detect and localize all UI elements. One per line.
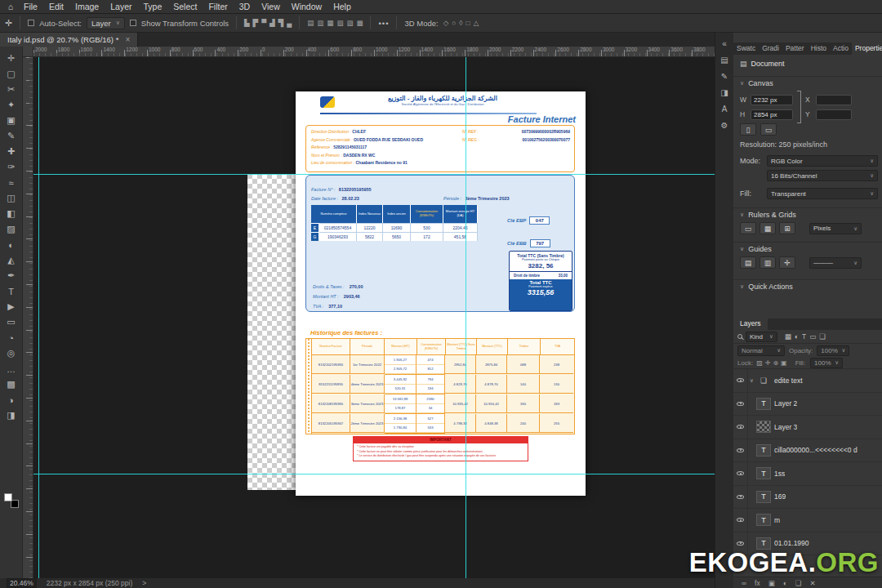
zoom-level[interactable]: 20.46% [7, 578, 37, 588]
canvas-area[interactable]: الشركة الجزائرية للكهرباء والغاز - التوز… [33, 57, 715, 578]
panel-icon[interactable]: A [722, 105, 728, 114]
link-dimensions-icon[interactable] [797, 105, 801, 123]
panel-icon[interactable]: ⚙ [721, 121, 728, 130]
tool-button[interactable]: ◧ [2, 206, 20, 221]
fill-dropdown[interactable]: 100% ∨ [810, 358, 843, 368]
mode3d-icon[interactable]: ◊ [459, 19, 462, 27]
color-swatches[interactable] [4, 490, 19, 508]
visibility-eye-icon[interactable] [733, 509, 748, 532]
layers-action-icon[interactable]: ∞ [742, 579, 746, 587]
visibility-eye-icon[interactable] [733, 486, 748, 509]
filter-icon[interactable]: T [801, 332, 807, 341]
tab-actions[interactable]: Actio [830, 42, 852, 55]
menu-item[interactable]: View [256, 2, 286, 11]
mode3d-icon[interactable]: △ [474, 19, 479, 27]
show-transform-checkbox[interactable] [130, 20, 136, 26]
layer-row[interactable]: T m [733, 509, 882, 532]
x-field[interactable] [816, 95, 852, 105]
auto-select-checkbox[interactable] [28, 20, 34, 26]
kind-filter-dropdown[interactable]: Kind ∨ [746, 332, 777, 342]
chevron-down-icon[interactable]: ∨ [748, 377, 755, 384]
guide-toggle-icon[interactable]: ✛ [779, 256, 795, 269]
layer-name[interactable]: m [774, 516, 780, 524]
layer-row[interactable]: ∨ ❏ edite text [733, 369, 882, 393]
color-mode-dropdown[interactable]: RGB Color ∨ [767, 155, 878, 167]
tab-gradients[interactable]: Gradi [759, 42, 782, 55]
rulers-grids-section-header[interactable]: ∨ Rulers & Grids [733, 207, 882, 219]
tool-button[interactable]: ▢ [2, 66, 20, 82]
layer-name[interactable]: 169 [774, 492, 786, 501]
align-icon[interactable]: ▟ [270, 19, 275, 27]
layer-name[interactable]: edite text [774, 376, 803, 385]
tool-button[interactable]: ▣ [2, 113, 20, 128]
tab-layers[interactable]: Layers [733, 318, 768, 330]
canvas-section-header[interactable]: ∨ Canvas [733, 76, 882, 87]
align-icon[interactable]: ▀ [261, 19, 266, 27]
layer-name[interactable]: 01.01.1990 [774, 539, 809, 547]
align-icon[interactable]: ▜ [278, 19, 284, 27]
tab-properties[interactable]: Properties [852, 42, 882, 55]
tool-button[interactable]: ◫ [2, 190, 20, 206]
tool-button[interactable]: … [2, 361, 20, 376]
layers-action-icon[interactable]: fx [755, 579, 760, 587]
tool-button[interactable]: ◐ [2, 237, 20, 252]
more-options-icon[interactable]: ••• [378, 19, 389, 28]
lock-icon[interactable]: ✛ [765, 359, 771, 367]
filter-icon[interactable]: ▭ [808, 332, 817, 341]
layer-name[interactable]: 1ss [774, 470, 785, 478]
guide-vertical[interactable] [466, 57, 466, 578]
quick-actions-section-header[interactable]: ∨ Quick Actions [733, 279, 882, 291]
tool-button[interactable]: ▨ [2, 221, 20, 237]
orientation-icon[interactable]: ▭ [760, 123, 777, 136]
auto-select-dropdown[interactable]: Layer ∨ [87, 17, 125, 29]
layer-name[interactable]: cilla000000...<<<<<<<<0 d [774, 446, 858, 454]
visibility-eye-icon[interactable] [733, 439, 748, 462]
guides-section-header[interactable]: ∨ Guides [733, 242, 882, 253]
filter-icon[interactable]: ◐ [794, 332, 800, 341]
mode3d-icon[interactable]: ○ [452, 19, 456, 27]
height-field[interactable]: 2854 px [751, 109, 793, 120]
tool-button[interactable]: ◔ [2, 330, 20, 345]
visibility-eye-icon[interactable] [733, 462, 748, 485]
layer-row[interactable]: T cilla000000...<<<<<<<<0 d [733, 439, 882, 463]
tool-button[interactable]: ✛ [2, 51, 20, 66]
layers-action-icon[interactable]: ❏ [795, 579, 802, 587]
panel-icon[interactable]: « [722, 39, 727, 48]
close-icon[interactable]: × [125, 35, 130, 44]
menu-item[interactable]: Type [137, 2, 167, 11]
panel-icon[interactable]: ◨ [720, 88, 728, 97]
ruler-left[interactable] [23, 57, 33, 578]
bit-depth-dropdown[interactable]: 16 Bits/Channel ∨ [767, 170, 878, 181]
layer-row[interactable]: T 1ss [733, 462, 882, 486]
tool-button[interactable]: ✎ [2, 128, 20, 144]
layer-name[interactable]: Layer 2 [774, 399, 797, 408]
filter-icon[interactable]: ▦ [784, 332, 792, 341]
tool-button[interactable]: ▩ [2, 376, 20, 392]
mode3d-icon[interactable]: □ [466, 19, 470, 27]
align-icon[interactable]: ▙ [244, 19, 250, 27]
ruler-toggle-icon[interactable]: ▭ [740, 222, 756, 234]
units-dropdown[interactable]: Pixels ∨ [809, 223, 862, 234]
menu-item[interactable]: Help [327, 2, 357, 11]
chevron-right-icon[interactable]: > [142, 579, 146, 587]
guide-horizontal[interactable] [33, 474, 715, 474]
distribute-icon[interactable]: ▤ [307, 19, 314, 27]
menu-item[interactable]: Edit [43, 2, 69, 11]
orientation-icon[interactable]: ▯ [740, 123, 756, 136]
align-icon[interactable]: ▛ [253, 19, 259, 27]
guide-vertical[interactable] [38, 57, 39, 578]
guide-horizontal[interactable] [33, 174, 715, 175]
layer-name[interactable]: Layer 3 [774, 423, 797, 431]
menu-item[interactable]: Layer [105, 2, 137, 11]
tool-button[interactable]: T [2, 283, 20, 299]
foreground-color-swatch[interactable] [4, 493, 12, 501]
guide-style-dropdown[interactable]: ——— ∨ [809, 257, 862, 269]
layers-action-icon[interactable]: ◐ [783, 579, 787, 587]
fill-dropdown[interactable]: Transparent ∨ [767, 188, 878, 199]
layer-row[interactable]: T 169 [733, 486, 882, 510]
guide-toggle-icon[interactable]: ▤ [740, 256, 756, 269]
tool-button[interactable]: ◑ [2, 392, 20, 408]
tool-button[interactable]: ▶ [2, 299, 20, 314]
tab-history[interactable]: Histo [808, 42, 830, 55]
menu-item[interactable]: Window [286, 2, 327, 11]
